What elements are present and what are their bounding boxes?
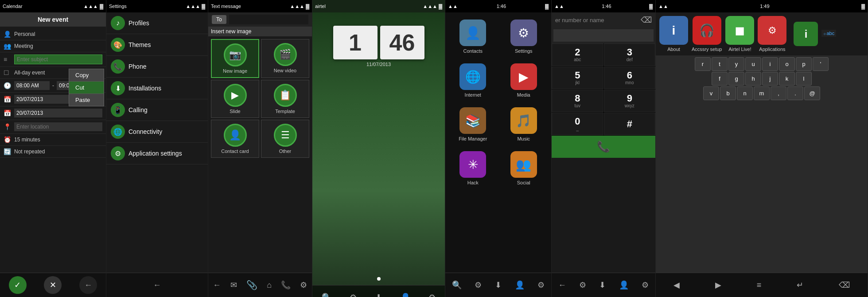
- repeat-row[interactable]: 🔄 Not repeated: [0, 146, 106, 158]
- key-u[interactable]: u: [745, 57, 761, 71]
- kb-next-button[interactable]: ▶: [712, 278, 725, 292]
- home-down-button[interactable]: ⬇: [372, 291, 385, 297]
- settings-item-themes[interactable]: 🎨 Themes: [106, 34, 208, 56]
- key-k[interactable]: k: [779, 72, 795, 86]
- key-h[interactable]: h: [745, 72, 761, 86]
- key-9[interactable]: 9 wxyz: [604, 90, 656, 112]
- key-r[interactable]: r: [695, 57, 711, 71]
- app-item-settings[interactable]: ⚙ Settings: [499, 15, 549, 58]
- settings-item-installations[interactable]: ⬇ Installations: [106, 78, 208, 99]
- app-item-music[interactable]: 🎵 Music: [499, 103, 549, 146]
- msg-item-slide[interactable]: ▶ Slide: [211, 80, 259, 118]
- cancel-button[interactable]: ✕: [44, 276, 62, 294]
- location-input[interactable]: [14, 122, 102, 131]
- settings-item-calling[interactable]: 📱 Calling: [106, 99, 208, 121]
- msg-phone-button[interactable]: 📞: [277, 278, 294, 292]
- msg-item-new-video[interactable]: 🎬 New video: [261, 39, 309, 78]
- key-m[interactable]: m: [754, 86, 770, 100]
- key-apos[interactable]: ': [813, 57, 829, 71]
- msg-envelope-button[interactable]: ✉: [227, 278, 241, 292]
- apps-contacts-button[interactable]: 👤: [511, 278, 528, 292]
- key-v[interactable]: v: [703, 86, 719, 100]
- key-0[interactable]: 0 _: [552, 113, 603, 135]
- key-l[interactable]: l: [796, 72, 812, 86]
- msg-home-button[interactable]: ⌂: [263, 279, 275, 292]
- key-i[interactable]: i: [762, 57, 778, 71]
- apps-down-button[interactable]: ⬇: [491, 278, 505, 292]
- dialer-contacts-button[interactable]: 👤: [615, 278, 632, 292]
- reminder-row[interactable]: ⏰ 15 minutes: [0, 134, 106, 146]
- msg-item-new-image[interactable]: 📷 New image: [211, 39, 259, 78]
- home-settings-button[interactable]: ⚙: [346, 291, 360, 297]
- to-input[interactable]: [229, 15, 308, 24]
- kb-menu-button[interactable]: ≡: [753, 279, 765, 292]
- dialer-adjust-button[interactable]: ⚙: [638, 278, 652, 292]
- backspace-button[interactable]: ⌫: [641, 15, 652, 25]
- subject-input[interactable]: [14, 55, 102, 64]
- app-item-media[interactable]: ▶ Media: [499, 59, 549, 102]
- start-time-input[interactable]: [14, 81, 50, 90]
- key-3[interactable]: 3 def: [604, 43, 656, 66]
- kb-backspace-button[interactable]: ⌫: [835, 278, 853, 292]
- dialer-down-button[interactable]: ⬇: [596, 278, 609, 292]
- key-8[interactable]: 8 tuv: [552, 90, 603, 112]
- key-p[interactable]: p: [796, 57, 812, 71]
- key-comma[interactable]: ,: [771, 86, 786, 100]
- copy-menu-item[interactable]: Copy: [69, 69, 104, 82]
- confirm-button[interactable]: ✓: [9, 276, 27, 294]
- key-n[interactable]: n: [737, 86, 753, 100]
- back-button[interactable]: ←: [79, 276, 97, 294]
- call-button[interactable]: 📞: [552, 136, 655, 158]
- dialer-text-field[interactable]: [553, 29, 654, 42]
- subject-row[interactable]: ≡: [0, 52, 106, 67]
- key-t[interactable]: t: [712, 57, 728, 71]
- app-item-social[interactable]: 👥 Social: [499, 147, 549, 190]
- settings-back-button[interactable]: ←: [150, 279, 165, 292]
- msg-item-template[interactable]: 📋 Template: [261, 80, 309, 118]
- key-5[interactable]: 5 jkl: [552, 66, 603, 89]
- app-item-internet[interactable]: 🌐 Internet: [448, 59, 498, 102]
- key-o[interactable]: o: [779, 57, 795, 71]
- msg-settings-button[interactable]: ⚙: [296, 278, 311, 292]
- home-contacts-button[interactable]: 👤: [397, 291, 414, 297]
- key-6[interactable]: 6 mno: [604, 66, 656, 89]
- settings-item-profiles[interactable]: ♪ Profiles: [106, 12, 208, 34]
- settings-item-application-settings[interactable]: ⚙ Application settings: [106, 143, 208, 164]
- cut-menu-item[interactable]: Cut: [69, 82, 104, 94]
- end-date-input[interactable]: [14, 109, 102, 117]
- kb-enter-button[interactable]: ↵: [793, 278, 807, 292]
- key-g[interactable]: g: [728, 72, 744, 86]
- airtel-app[interactable]: ◼ Airtel Live!: [725, 16, 754, 52]
- msg-item-contact-card[interactable]: 👤 Contact card: [211, 120, 259, 158]
- msg-attach-button[interactable]: 📎: [243, 278, 261, 292]
- settings-item-connectivity[interactable]: 🌐 Connectivity: [106, 121, 208, 143]
- paste-menu-item[interactable]: Paste: [69, 94, 104, 106]
- app-item-hack[interactable]: ✳ Hack: [448, 147, 498, 190]
- applications-app[interactable]: ⚙ Applications: [758, 16, 786, 52]
- key-f[interactable]: f: [712, 72, 728, 86]
- key-period[interactable]: .: [787, 86, 803, 100]
- msg-back-button[interactable]: ←: [210, 279, 225, 292]
- key-y[interactable]: y: [728, 57, 744, 71]
- apps-search-button[interactable]: 🔍: [448, 278, 465, 292]
- key-j[interactable]: j: [762, 72, 778, 86]
- key-b[interactable]: b: [720, 86, 736, 100]
- key-#[interactable]: #: [604, 113, 656, 135]
- settings-item-phone[interactable]: 📞 Phone: [106, 56, 208, 78]
- dialer-settings-button[interactable]: ⚙: [576, 278, 590, 292]
- apps-settings-button[interactable]: ⚙: [471, 278, 485, 292]
- location-row[interactable]: 📍: [0, 120, 106, 134]
- about-app[interactable]: i About: [659, 16, 688, 52]
- key-at[interactable]: @: [804, 86, 820, 100]
- home-adjust-button[interactable]: ⚙: [425, 291, 439, 297]
- green-i-button[interactable]: i: [794, 22, 818, 46]
- apps-adjust-button[interactable]: ⚙: [534, 278, 548, 292]
- accessory-app[interactable]: 🎧 Accssry setup: [692, 16, 722, 52]
- app-item-contacts[interactable]: 👤 Contacts: [448, 15, 498, 58]
- app-item-file-manager[interactable]: 📚 File Manager: [448, 103, 498, 146]
- kb-prev-button[interactable]: ◀: [670, 278, 683, 292]
- end-date-row[interactable]: 📅: [0, 106, 106, 120]
- msg-item-other[interactable]: ☰ Other: [261, 120, 309, 158]
- key-2[interactable]: 2 abc: [552, 43, 603, 66]
- home-search-button[interactable]: 🔍: [318, 291, 335, 297]
